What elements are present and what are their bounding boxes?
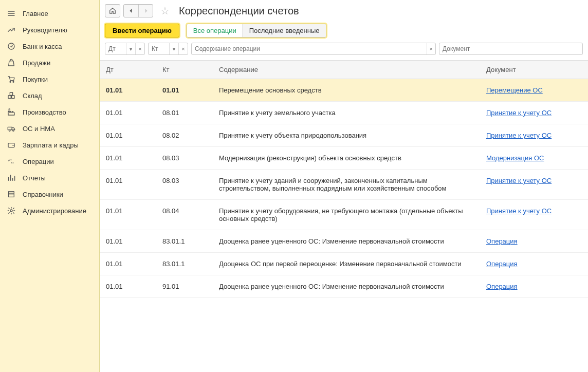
operations-tab-group: Все операции Последние введенные xyxy=(187,24,326,38)
document-link[interactable]: Перемещение ОС xyxy=(486,86,543,94)
sidebar-item-label: Банк и касса xyxy=(23,43,62,50)
sidebar-item-dtkt[interactable]: ДтКтОперации xyxy=(0,153,99,170)
col-header-kt[interactable]: Кт xyxy=(156,61,213,79)
cell-document: Операция xyxy=(480,253,588,275)
cell-kt: 83.01.1 xyxy=(156,230,213,253)
back-button[interactable] xyxy=(124,5,138,17)
sidebar-item-truck[interactable]: ОС и НМА xyxy=(0,120,99,137)
ruble-icon: ₽ xyxy=(6,42,16,50)
tab-all-operations[interactable]: Все операции xyxy=(187,24,243,37)
filter-document-input[interactable] xyxy=(439,43,582,54)
filter-dt-dropdown[interactable]: ▾ xyxy=(126,43,135,54)
document-link[interactable]: Принятие к учету ОС xyxy=(486,109,552,117)
book-icon xyxy=(6,190,16,198)
menu-icon xyxy=(6,9,16,17)
document-link[interactable]: Принятие к учету ОС xyxy=(486,207,552,215)
cell-kt: 01.01 xyxy=(156,79,213,102)
truck-icon xyxy=(6,124,16,133)
table-row[interactable]: 01.0108.04Принятие к учету оборудования,… xyxy=(100,200,588,230)
sidebar-item-chart[interactable]: Руководителю xyxy=(0,22,99,38)
table-row[interactable]: 01.0183.01.1Дооценка ОС при первой перео… xyxy=(100,253,588,275)
main: ☆ Корреспонденции счетов Ввести операцию… xyxy=(100,0,588,372)
table-row[interactable]: 01.0101.01Перемещение основных средствПе… xyxy=(100,79,588,102)
cell-content: Дооценка ОС при первой переоценке: Измен… xyxy=(213,253,480,275)
cell-kt: 91.01 xyxy=(156,275,213,298)
sidebar-item-book[interactable]: Справочники xyxy=(0,186,99,202)
cell-content: Принятие к учету оборудования, не требую… xyxy=(213,200,480,230)
col-header-document[interactable]: Документ xyxy=(480,61,588,79)
toolbar-top: ☆ Корреспонденции счетов xyxy=(100,0,588,21)
table-wrap[interactable]: Дт Кт Содержание Документ 01.0101.01Пере… xyxy=(100,61,588,372)
table-row[interactable]: 01.0108.03Принятие к учету зданий и соор… xyxy=(100,170,588,200)
filter-kt: ▾ × xyxy=(148,43,188,55)
filter-kt-input[interactable] xyxy=(149,43,169,54)
sidebar-item-cart[interactable]: Покупки xyxy=(0,71,99,87)
cell-dt: 01.01 xyxy=(100,253,156,275)
correspondence-table: Дт Кт Содержание Документ 01.0101.01Пере… xyxy=(100,61,588,298)
home-button[interactable] xyxy=(105,4,120,17)
cell-dt: 01.01 xyxy=(100,170,156,200)
page-title: Корреспонденции счетов xyxy=(179,5,299,17)
cell-document: Принятие к учету ОС xyxy=(480,102,588,124)
toolbar-actions: Ввести операцию Все операции Последние в… xyxy=(100,21,588,43)
sidebar-item-label: Справочники xyxy=(23,191,63,198)
cell-kt: 08.02 xyxy=(156,124,213,147)
cell-kt: 08.03 xyxy=(156,170,213,200)
table-row[interactable]: 01.0191.01Дооценка ранее уцененного ОС: … xyxy=(100,275,588,298)
table-row[interactable]: 01.0108.02Принятие к учету объекта приро… xyxy=(100,124,588,147)
document-link[interactable]: Модернизация ОС xyxy=(486,154,544,162)
document-link[interactable]: Операция xyxy=(486,283,518,290)
document-link[interactable]: Операция xyxy=(486,237,518,245)
sidebar-item-factory[interactable]: Производство xyxy=(0,104,99,120)
document-link[interactable]: Операция xyxy=(486,260,518,268)
sidebar-item-label: Производство xyxy=(23,108,66,116)
svg-text:Дт: Дт xyxy=(8,158,12,161)
table-row[interactable]: 01.0183.01.1Дооценка ранее уцененного ОС… xyxy=(100,230,588,253)
document-link[interactable]: Принятие к учету ОС xyxy=(486,177,552,184)
cell-dt: 01.01 xyxy=(100,124,156,147)
cell-document: Операция xyxy=(480,230,588,253)
col-header-content[interactable]: Содержание xyxy=(213,61,480,79)
sidebar: ГлавноеРуководителю₽Банк и кассаПродажиП… xyxy=(0,0,100,372)
svg-rect-8 xyxy=(12,96,14,98)
favorite-star-icon[interactable]: ☆ xyxy=(158,4,172,17)
cell-kt: 83.01.1 xyxy=(156,253,213,275)
cell-kt: 08.04 xyxy=(156,200,213,230)
table-row[interactable]: 01.0108.01Принятие к учету земельного уч… xyxy=(100,102,588,124)
cell-kt: 08.03 xyxy=(156,147,213,170)
forward-button[interactable] xyxy=(138,5,153,17)
sidebar-item-boxes[interactable]: Склад xyxy=(0,87,99,104)
enter-operation-button[interactable]: Ввести операцию xyxy=(105,24,179,38)
filter-content: × xyxy=(191,43,436,55)
nav-group xyxy=(123,4,153,17)
filter-content-input[interactable] xyxy=(192,43,427,54)
sidebar-item-label: Руководителю xyxy=(23,26,67,34)
chart-icon xyxy=(6,26,16,34)
cell-dt: 01.01 xyxy=(100,147,156,170)
cell-document: Перемещение ОС xyxy=(480,79,588,102)
filter-document xyxy=(439,43,583,55)
sidebar-item-menu[interactable]: Главное xyxy=(0,5,99,22)
table-row[interactable]: 01.0108.03Модернизация (реконструкция) о… xyxy=(100,147,588,170)
filter-content-clear[interactable]: × xyxy=(427,43,435,54)
filter-kt-clear[interactable]: × xyxy=(178,43,188,54)
filter-kt-dropdown[interactable]: ▾ xyxy=(169,43,178,54)
sidebar-item-report[interactable]: Отчеты xyxy=(0,170,99,186)
sidebar-item-ruble[interactable]: ₽Банк и касса xyxy=(0,38,99,54)
filter-dt-input[interactable] xyxy=(105,43,126,54)
sidebar-item-label: Продажи xyxy=(23,59,50,67)
svg-text:₽: ₽ xyxy=(10,44,13,49)
cell-document: Принятие к учету ОС xyxy=(480,124,588,147)
document-link[interactable]: Принятие к учету ОС xyxy=(486,132,552,139)
sidebar-item-bag[interactable]: Продажи xyxy=(0,54,99,71)
cell-content: Дооценка ранее уцененного ОС: Изменение … xyxy=(213,230,480,253)
sidebar-item-label: Покупки xyxy=(23,76,48,83)
tab-recent-operations[interactable]: Последние введенные xyxy=(243,24,326,37)
col-header-dt[interactable]: Дт xyxy=(100,61,156,79)
filter-dt-clear[interactable]: × xyxy=(135,43,144,54)
cell-kt: 08.01 xyxy=(156,102,213,124)
sidebar-item-wallet[interactable]: Зарплата и кадры xyxy=(0,137,99,153)
cell-content: Модернизация (реконструкция) объекта осн… xyxy=(213,147,480,170)
cell-content: Принятие к учету объекта природопользова… xyxy=(213,124,480,147)
sidebar-item-gear[interactable]: Администрирование xyxy=(0,202,99,219)
